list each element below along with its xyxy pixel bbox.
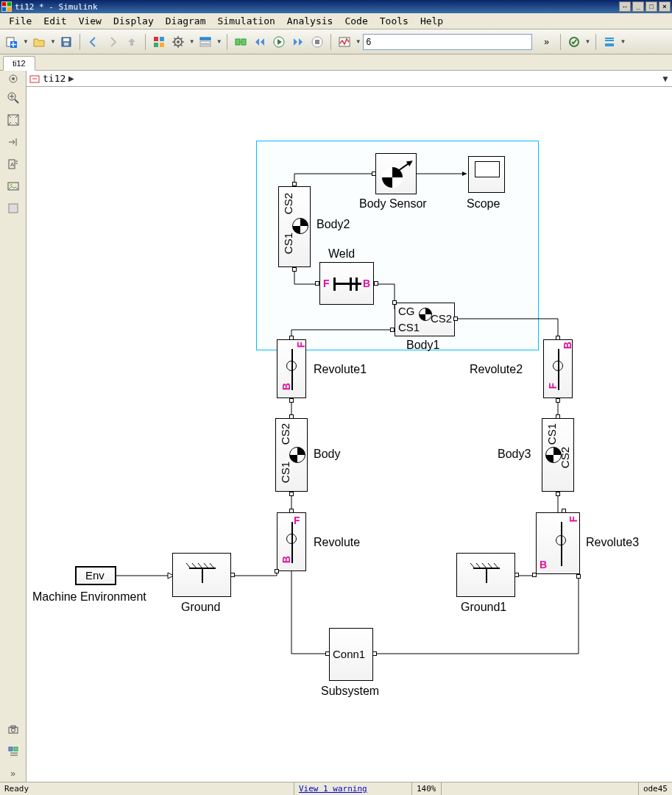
expand-breadcrumb-button[interactable]: ▼ bbox=[659, 74, 672, 84]
menu-tools[interactable]: Tools bbox=[374, 14, 414, 28]
port bbox=[289, 414, 294, 419]
weld-f: F bbox=[323, 278, 330, 289]
autoarrange-icon[interactable] bbox=[5, 134, 21, 150]
step-back-button[interactable] bbox=[251, 33, 269, 51]
menu-help[interactable]: Help bbox=[414, 14, 449, 28]
status-bar: Ready View 1 warning 140% ode45 bbox=[0, 782, 672, 795]
port bbox=[514, 573, 519, 577]
label-body3[interactable]: Body3 bbox=[498, 448, 531, 461]
block-body2[interactable]: CS1 CS2 bbox=[278, 186, 311, 267]
label-revolute[interactable]: Revolute bbox=[314, 536, 360, 549]
open-dropdown-icon[interactable]: ▼ bbox=[50, 38, 56, 45]
svg-line-63 bbox=[204, 563, 208, 568]
block-scope[interactable] bbox=[468, 156, 505, 193]
label-revolute2[interactable]: Revolute2 bbox=[470, 363, 523, 376]
menu-file[interactable]: File bbox=[3, 14, 38, 28]
block-ground[interactable] bbox=[172, 553, 231, 597]
block-revolute[interactable]: F B bbox=[277, 512, 306, 571]
port bbox=[390, 328, 395, 332]
svg-rect-42 bbox=[9, 204, 18, 213]
port bbox=[372, 172, 376, 176]
new-dropdown-icon[interactable]: ▼ bbox=[23, 38, 29, 45]
label-body1[interactable]: Body1 bbox=[406, 339, 439, 352]
close-button[interactable]: × bbox=[659, 1, 671, 12]
label-machine-environment[interactable]: Machine Environment bbox=[32, 590, 146, 604]
block-weld[interactable]: F B bbox=[319, 262, 374, 305]
minimize-button[interactable]: _ bbox=[632, 1, 644, 12]
up-button[interactable] bbox=[123, 33, 141, 51]
canvas[interactable]: Env Machine Environment Ground Ground1 F… bbox=[26, 87, 672, 782]
more-palette-button[interactable]: » bbox=[5, 766, 21, 782]
explorer-dropdown-icon[interactable]: ▼ bbox=[216, 38, 222, 45]
label-revolute1[interactable]: Revolute1 bbox=[314, 363, 367, 376]
dock-button[interactable]: ↔ bbox=[619, 1, 631, 12]
label-ground[interactable]: Ground bbox=[181, 601, 220, 614]
block-revolute2[interactable]: B F bbox=[543, 339, 573, 398]
menu-diagram[interactable]: Diagram bbox=[160, 14, 212, 28]
tab-model[interactable]: ti12 bbox=[3, 56, 35, 71]
label-body[interactable]: Body bbox=[314, 448, 340, 461]
menu-edit[interactable]: Edit bbox=[38, 14, 72, 28]
run-button[interactable] bbox=[270, 33, 288, 51]
deploy-dropdown-icon[interactable]: ▼ bbox=[620, 38, 626, 45]
step-forward-button[interactable] bbox=[289, 33, 307, 51]
label-ground1[interactable]: Ground1 bbox=[461, 601, 506, 614]
legend-icon[interactable] bbox=[5, 743, 21, 760]
menu-simulation[interactable]: Simulation bbox=[212, 14, 281, 28]
status-warning-link[interactable]: View 1 warning bbox=[299, 784, 367, 794]
block-body3[interactable]: CS1 CS2 bbox=[542, 418, 574, 492]
block-machine-environment[interactable]: Env bbox=[75, 566, 116, 585]
svg-rect-17 bbox=[200, 45, 211, 46]
menu-display[interactable]: Display bbox=[107, 14, 160, 28]
stop-button[interactable] bbox=[308, 33, 326, 51]
update-diagram-button[interactable] bbox=[232, 33, 250, 51]
deploy-button[interactable] bbox=[601, 33, 618, 51]
new-model-button[interactable] bbox=[3, 33, 21, 51]
annotation-icon[interactable]: A bbox=[5, 156, 21, 172]
forward-button[interactable] bbox=[104, 33, 121, 51]
label-body2[interactable]: Body2 bbox=[316, 218, 350, 231]
svg-rect-0 bbox=[2, 2, 6, 6]
status-zoom[interactable]: 140% bbox=[412, 782, 442, 795]
library-browser-button[interactable] bbox=[150, 33, 168, 51]
model-config-button[interactable] bbox=[169, 33, 187, 51]
back-button[interactable] bbox=[85, 33, 102, 51]
stop-time-input[interactable] bbox=[363, 34, 532, 50]
model-explorer-button[interactable] bbox=[197, 33, 214, 51]
screenshot-icon[interactable] bbox=[5, 721, 21, 738]
save-button[interactable] bbox=[57, 33, 75, 51]
block-body1[interactable]: CG CS1 CS2 bbox=[395, 303, 455, 336]
area-icon[interactable] bbox=[5, 200, 21, 216]
zoom-in-icon[interactable] bbox=[5, 90, 21, 106]
block-revolute3[interactable]: F B bbox=[536, 512, 580, 574]
label-revolute3[interactable]: Revolute3 bbox=[586, 536, 639, 549]
svg-point-45 bbox=[11, 729, 15, 732]
block-body[interactable]: CS1 CS2 bbox=[275, 418, 308, 492]
breadcrumb-model[interactable]: ti12 bbox=[43, 73, 66, 84]
fit-to-view-icon[interactable] bbox=[5, 112, 21, 128]
more-toolbar-button[interactable]: » bbox=[538, 33, 556, 51]
breadcrumb[interactable]: ti12 ▶ bbox=[26, 73, 77, 84]
image-icon[interactable] bbox=[5, 178, 21, 194]
block-body-sensor[interactable] bbox=[375, 153, 417, 194]
status-solver[interactable]: ode45 bbox=[639, 782, 672, 795]
build-dropdown-icon[interactable]: ▼ bbox=[585, 38, 591, 45]
menu-analysis[interactable]: Analysis bbox=[281, 14, 339, 28]
menu-view[interactable]: View bbox=[73, 14, 107, 28]
block-ground1[interactable] bbox=[456, 553, 515, 597]
open-button[interactable] bbox=[30, 33, 48, 51]
hide-browser-button[interactable] bbox=[0, 71, 26, 87]
sdi-dropdown-icon[interactable]: ▼ bbox=[356, 38, 361, 45]
label-scope[interactable]: Scope bbox=[467, 197, 500, 211]
build-button[interactable] bbox=[565, 33, 583, 51]
menu-code[interactable]: Code bbox=[339, 14, 373, 28]
label-body-sensor[interactable]: Body Sensor bbox=[359, 197, 427, 211]
label-weld[interactable]: Weld bbox=[328, 247, 355, 261]
maximize-button[interactable]: □ bbox=[646, 1, 657, 12]
block-subsystem[interactable]: Conn1 bbox=[329, 628, 373, 681]
simulation-data-inspector-button[interactable] bbox=[336, 33, 353, 51]
label-subsystem[interactable]: Subsystem bbox=[321, 685, 379, 698]
config-dropdown-icon[interactable]: ▼ bbox=[189, 38, 195, 45]
body-cs2: CS2 bbox=[279, 423, 291, 445]
block-revolute1[interactable]: F B bbox=[277, 339, 306, 398]
